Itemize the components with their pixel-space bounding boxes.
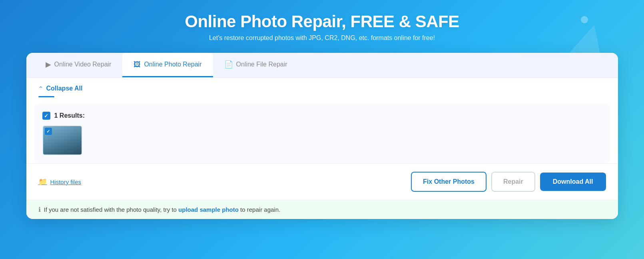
video-icon: ▶: [46, 60, 51, 69]
fix-other-photos-button[interactable]: Fix Other Photos: [411, 172, 486, 192]
section-divider: [38, 96, 54, 97]
info-bar: ℹ If you are not satisfied with the phot…: [26, 200, 618, 219]
page-header: Online Photo Repair, FREE & SAFE Let's r…: [185, 12, 459, 42]
results-area: 1 Results:: [34, 104, 610, 163]
page-title: Online Photo Repair, FREE & SAFE: [185, 12, 459, 31]
info-text: If you are not satisfied with the photo …: [44, 206, 281, 213]
tab-file-repair[interactable]: 📄 Online File Repair: [213, 53, 299, 77]
tab-video-repair[interactable]: ▶ Online Video Repair: [34, 53, 123, 77]
select-all-checkbox[interactable]: [42, 112, 50, 120]
folder-icon: 📁: [38, 177, 47, 186]
main-card: ▶ Online Video Repair 🖼 Online Photo Rep…: [26, 53, 618, 219]
results-header: 1 Results:: [42, 112, 602, 120]
download-all-button[interactable]: Download All: [540, 173, 606, 191]
upload-sample-link[interactable]: upload sample photo: [178, 206, 239, 213]
history-files-link[interactable]: 📁 History files: [38, 177, 82, 186]
repair-button[interactable]: Repair: [491, 172, 535, 192]
info-icon: ℹ: [38, 206, 41, 213]
card-body: ⌃ Collapse All 1 Results: 📁 History file…: [26, 78, 618, 219]
results-count: 1 Results:: [54, 112, 85, 119]
photo-icon: 🖼: [134, 60, 141, 69]
bottom-bar: 📁 History files Fix Other Photos Repair …: [26, 163, 618, 200]
tab-nav: ▶ Online Video Repair 🖼 Online Photo Rep…: [26, 53, 618, 78]
chevron-up-icon: ⌃: [38, 85, 43, 92]
tab-photo-repair[interactable]: 🖼 Online Photo Repair: [122, 53, 213, 77]
photo-thumbnail[interactable]: [42, 125, 82, 155]
action-buttons: Fix Other Photos Repair Download All: [411, 172, 606, 192]
file-icon: 📄: [224, 60, 233, 69]
page-subtitle: Let's restore corrupted photos with JPG,…: [185, 34, 459, 42]
thumb-checkbox[interactable]: [45, 128, 52, 135]
collapse-all-button[interactable]: ⌃ Collapse All: [26, 78, 618, 96]
